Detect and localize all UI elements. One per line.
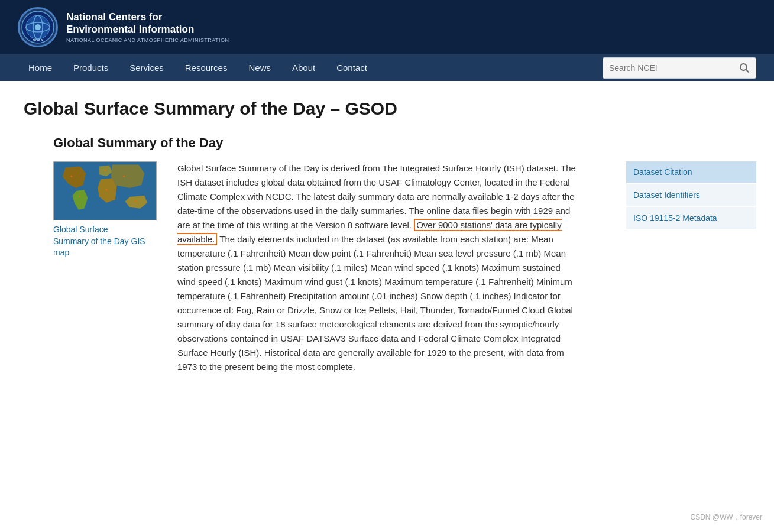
content-area: Global Surface Summary of the Day GIS ma…	[53, 161, 756, 380]
sidebar-dataset-citation[interactable]: Dataset Citation	[626, 161, 756, 183]
world-map-svg	[54, 161, 156, 220]
page-title: Global Surface Summary of the Day – GSOD	[24, 99, 756, 119]
highlighted-text: Over 9000 stations' data are typically a…	[177, 219, 562, 245]
nav-home[interactable]: Home	[18, 54, 63, 81]
svg-point-17	[123, 176, 125, 177]
map-caption: Global Surface Summary of the Day GIS ma…	[53, 224, 160, 259]
svg-point-4	[35, 24, 41, 30]
nav-news[interactable]: News	[238, 54, 281, 81]
sub-org-name: NATIONAL OCEANIC AND ATMOSPHERIC ADMINIS…	[66, 37, 229, 43]
right-sidebar: Dataset Citation Dataset Identifiers ISO…	[626, 161, 756, 380]
nav-resources[interactable]: Resources	[174, 54, 238, 81]
svg-text:NOAA: NOAA	[33, 38, 43, 42]
nav-contact[interactable]: Contact	[326, 54, 378, 81]
map-image-container	[53, 161, 157, 220]
sidebar-dataset-identifiers[interactable]: Dataset Identifiers	[626, 184, 756, 206]
map-link[interactable]: Global Surface Summary of the Day GIS ma…	[53, 225, 145, 257]
svg-point-16	[105, 170, 106, 171]
search-button[interactable]	[733, 63, 756, 73]
navbar: Home Products Services Resources News Ab…	[0, 54, 774, 81]
main-text-body: Global Surface Summary of the Day is der…	[177, 161, 579, 380]
svg-marker-13	[111, 165, 144, 189]
svg-line-7	[746, 69, 749, 72]
left-sidebar: Global Surface Summary of the Day GIS ma…	[53, 161, 160, 380]
nav-services[interactable]: Services	[119, 54, 174, 81]
nav-about[interactable]: About	[281, 54, 326, 81]
svg-point-18	[105, 189, 107, 191]
search-input[interactable]	[603, 63, 733, 73]
main-content: Global Surface Summary of the Day – GSOD…	[0, 81, 774, 398]
search-icon	[739, 63, 750, 73]
intro-paragraph: Global Surface Summary of the Day is der…	[177, 161, 579, 374]
search-area	[603, 57, 756, 79]
svg-point-19	[79, 196, 80, 197]
nav-links: Home Products Services Resources News Ab…	[18, 54, 378, 81]
svg-point-20	[135, 200, 137, 202]
org-name: National Centers for Environmental Infor…	[66, 11, 229, 35]
header-text-block: National Centers for Environmental Infor…	[66, 11, 229, 43]
svg-point-15	[70, 176, 72, 177]
header-top: NOAA National Centers for Environmental …	[0, 0, 774, 54]
sidebar-iso-metadata[interactable]: ISO 19115-2 Metadata	[626, 207, 756, 229]
logo-area: NOAA National Centers for Environmental …	[18, 7, 229, 47]
section-title: Global Summary of the Day	[53, 135, 756, 151]
nav-products[interactable]: Products	[63, 54, 119, 81]
noaa-logo: NOAA	[18, 7, 58, 47]
